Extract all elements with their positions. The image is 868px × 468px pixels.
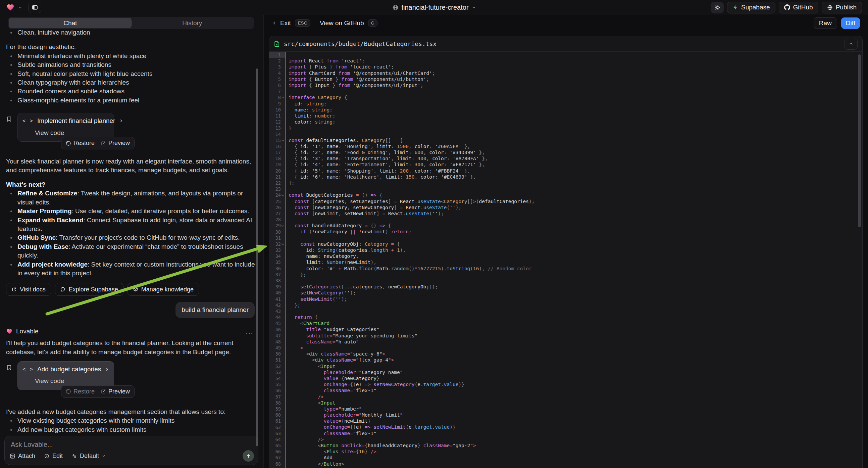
github-icon [784, 4, 790, 10]
top-bar: financial-future-creator [0, 0, 868, 15]
send-button[interactable] [243, 450, 254, 462]
collapse-file-button[interactable] [844, 38, 858, 50]
github-button[interactable]: GitHub [779, 2, 818, 13]
code-line: ]; [288, 180, 862, 186]
manage-knowledge-button[interactable]: Manage knowledge [127, 283, 199, 296]
code-line [288, 216, 862, 223]
code-line: <Input [288, 400, 862, 406]
fold-chevron-icon[interactable] [281, 224, 285, 228]
package-icon [133, 287, 138, 292]
fold-spacer [281, 59, 285, 63]
view-on-github-button[interactable]: View on GitHub [320, 20, 364, 27]
gear-icon [714, 4, 720, 11]
code-line: id: string; [288, 101, 862, 107]
chevron-right-icon[interactable] [119, 118, 123, 123]
restore-button[interactable]: Restore [66, 140, 95, 147]
code-line: name: string; [288, 107, 862, 113]
code-line: title="Budget Categories" [288, 326, 862, 332]
code-line: const newCategoryObj: Category = { [288, 241, 862, 247]
preview-button[interactable]: Preview [101, 140, 130, 147]
raw-tab[interactable]: Raw [814, 18, 837, 29]
tab-chat[interactable]: Chat [9, 18, 131, 28]
line-number: 65 [269, 442, 285, 448]
file-added-icon [274, 41, 280, 47]
supabase-button[interactable]: Supabase [727, 2, 775, 13]
code-line: value={newCategory} [288, 375, 862, 381]
attach-button[interactable]: Attach [10, 452, 35, 460]
chevron-right-icon[interactable] [105, 367, 110, 372]
supabase-bolt-icon [733, 5, 738, 10]
code-line: name: newCategory, [288, 253, 862, 259]
project-selector[interactable]: financial-future-creator [392, 4, 476, 11]
line-number: 66 [269, 448, 285, 455]
list-item: Rounded corners and subtle shadows [6, 87, 256, 96]
settings-button[interactable] [711, 2, 724, 13]
line-number: 58 [269, 400, 285, 406]
fold-spacer [281, 291, 285, 295]
fold-spacer [281, 65, 285, 69]
lovable-logo-icon[interactable] [6, 3, 15, 11]
more-options-icon[interactable]: … [245, 330, 253, 333]
edit-button[interactable]: Edit [44, 452, 63, 460]
code-viewer: 1234567891011121314151617181920212223242… [269, 52, 862, 468]
list-item: Minimalist interface with plenty of whit… [6, 52, 256, 60]
file-header[interactable]: src/components/budget/BudgetCategories.t… [269, 36, 862, 52]
fold-spacer [281, 376, 285, 380]
fold-spacer [281, 426, 285, 429]
preview-button[interactable]: Preview [101, 388, 130, 395]
view-code-link[interactable]: View code [35, 377, 109, 385]
code-line: <div className="space-y-6"> [288, 351, 862, 357]
version-block: < > Add budget categories View code [6, 361, 256, 390]
chat-scrollbar[interactable] [256, 68, 258, 446]
fold-spacer [281, 456, 285, 460]
mode-selector[interactable]: Default [71, 452, 106, 460]
line-number: 12 [269, 119, 285, 125]
code-line: type="number" [288, 406, 862, 412]
line-number: 51 [269, 357, 285, 363]
code-line [288, 131, 862, 137]
code-line: placeholder="Monthly limit" [288, 412, 862, 418]
chevron-down-icon[interactable] [18, 5, 23, 10]
fold-spacer [281, 297, 285, 301]
external-link-icon [101, 389, 106, 394]
fold-spacer [281, 273, 285, 276]
fold-spacer [281, 248, 285, 252]
code-line [288, 308, 862, 314]
fold-chevron-icon[interactable] [281, 138, 285, 142]
code-line: } [288, 125, 862, 131]
line-number: 3 [269, 64, 285, 70]
code-line: import { Plus } from 'lucide-react'; [288, 64, 862, 70]
code-line: { id: '5', name: 'Shopping', limit: 200,… [288, 168, 862, 174]
code-line: { id: '3', name: 'Transportation', limit… [288, 155, 862, 162]
exit-button[interactable]: Exit [272, 20, 291, 27]
line-number: 4 [269, 70, 285, 76]
fold-spacer [281, 358, 285, 362]
code-line: limit: Number(newLimit), [288, 259, 862, 265]
toggle-sidebar-button[interactable] [29, 2, 41, 13]
explore-supabase-button[interactable]: Explore Supabase [55, 283, 123, 296]
bookmark-icon[interactable] [6, 116, 13, 142]
bookmark-icon[interactable] [6, 364, 13, 390]
chat-input[interactable] [10, 440, 192, 449]
chat-panel: Chat History Clean, intuitive navigation… [0, 15, 264, 468]
publish-globe-icon [827, 5, 833, 10]
restore-button[interactable]: Restore [66, 388, 95, 395]
fold-chevron-icon[interactable] [281, 193, 285, 197]
visit-docs-button[interactable]: Visit docs [6, 283, 51, 296]
publish-button[interactable]: Publish [822, 2, 862, 13]
view-code-link[interactable]: View code [35, 128, 109, 137]
fold-spacer [281, 260, 285, 264]
panel-toggle-icon [32, 4, 38, 11]
line-number: 41 [269, 296, 285, 302]
list-item: Expand with Backend: Connect Supabase to… [6, 216, 256, 234]
fold-chevron-icon[interactable] [281, 242, 285, 246]
version-actions: Restore Preview [61, 137, 134, 149]
code-line: onChange={(e) => setNewLimit(e.target.va… [288, 424, 862, 430]
fold-spacer [281, 102, 285, 106]
code-scrollbar[interactable] [858, 54, 861, 227]
line-number: 1 [269, 52, 285, 58]
diff-tab[interactable]: Diff [841, 18, 860, 29]
fold-chevron-icon[interactable] [281, 95, 285, 99]
tab-history[interactable]: History [131, 18, 253, 28]
line-number: 15 [269, 137, 285, 143]
